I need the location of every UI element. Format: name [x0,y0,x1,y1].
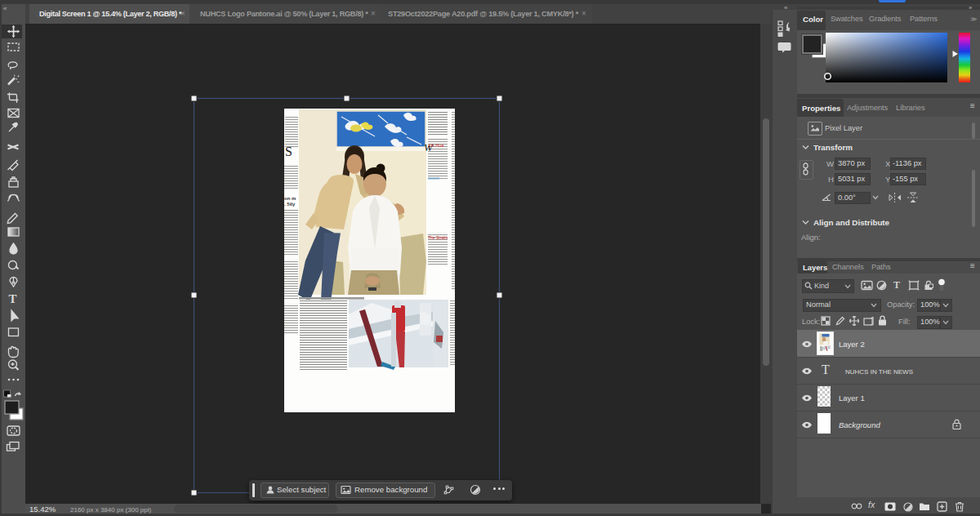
svg-text:T: T [9,292,17,305]
